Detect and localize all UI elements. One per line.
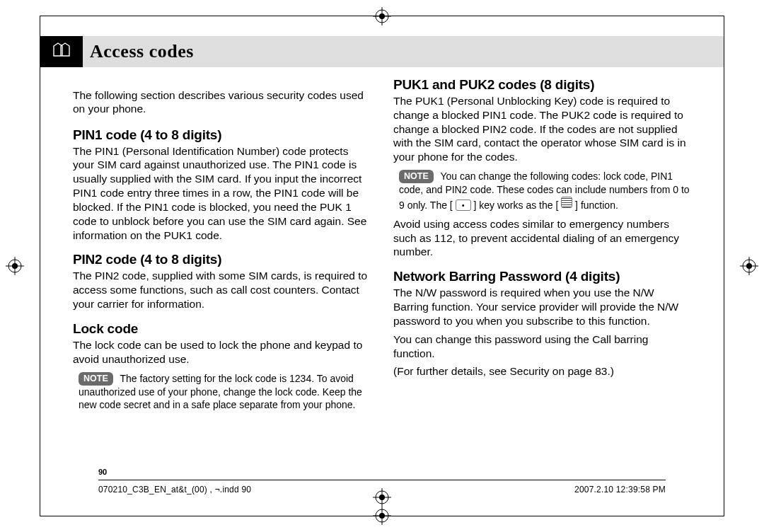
note-pill: NOTE	[79, 372, 113, 386]
page-icon	[52, 42, 71, 62]
note-pill: NOTE	[399, 170, 434, 183]
print-footer-left: 070210_C3B_EN_at&t_(00) , ¬.indd 90	[98, 485, 251, 495]
body-network-3: (For further details, see Security on pa…	[393, 364, 691, 378]
note-lock: NOTE The factory setting for the lock co…	[79, 372, 371, 412]
title-accent-block	[40, 36, 83, 67]
key-icon-clear: •	[456, 200, 471, 211]
left-column: The following section describes various …	[73, 77, 371, 417]
heading-lock: Lock code	[73, 321, 371, 337]
note-puk: NOTE You can change the following codes:…	[399, 170, 691, 212]
body-pin2: The PIN2 code, supplied with some SIM ca…	[73, 269, 371, 311]
note-puk-text-b: ] key works as the [	[474, 200, 559, 211]
body-puk: The PUK1 (Personal Unblocking Key) code …	[393, 94, 691, 164]
page-number: 90	[98, 468, 107, 476]
heading-pin2: PIN2 code (4 to 8 digits)	[73, 252, 371, 267]
page-title: Access codes	[83, 36, 724, 67]
right-column: PUK1 and PUK2 codes (8 digits) The PUK1 …	[393, 77, 691, 417]
heading-puk: PUK1 and PUK2 codes (8 digits)	[393, 77, 691, 93]
heading-pin1: PIN1 code (4 to 8 digits)	[73, 127, 371, 143]
note-lock-text: The factory setting for the lock code is…	[79, 373, 362, 410]
print-footer: 070210_C3B_EN_at&t_(00) , ¬.indd 90 2007…	[98, 480, 666, 495]
title-band: Access codes	[40, 36, 724, 67]
body-pin1: The PIN1 (Personal Identification Number…	[73, 144, 371, 243]
heading-network-barring: Network Barring Password (4 digits)	[393, 269, 691, 284]
body-network-1: The N/W password is required when you us…	[393, 286, 691, 328]
body-lock: The lock code can be used to lock the ph…	[73, 338, 371, 366]
page-frame: Access codes The following section descr…	[40, 16, 724, 516]
key-icon-function	[561, 197, 572, 208]
note-puk-text-c: ] function.	[575, 200, 618, 211]
body-avoid: Avoid using access codes similar to emer…	[393, 217, 691, 259]
registration-mark-right	[740, 257, 758, 275]
registration-mark-left	[6, 257, 24, 275]
body-network-2: You can change this password using the C…	[393, 332, 691, 361]
print-footer-right: 2007.2.10 12:39:58 PM	[574, 485, 666, 495]
content-columns: The following section describes various …	[40, 67, 724, 417]
intro-text: The following section describes various …	[73, 88, 371, 117]
